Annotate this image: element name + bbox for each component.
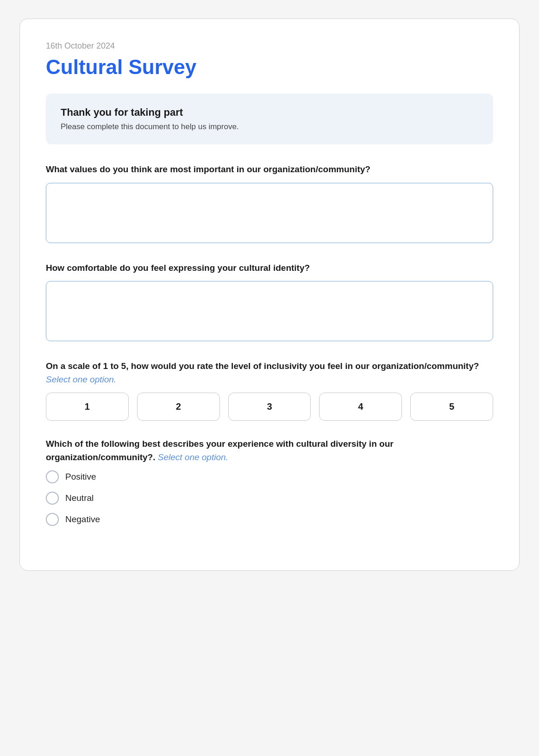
radio-circle-negative: [46, 513, 59, 526]
survey-card: 16th October 2024 Cultural Survey Thank …: [19, 19, 520, 571]
question-4-label: Which of the following best describes yo…: [46, 437, 493, 464]
rating-row: 1 2 3 4 5: [46, 393, 493, 421]
question-1-textarea[interactable]: [46, 183, 493, 243]
rating-btn-5[interactable]: 5: [410, 393, 493, 421]
question-3-label: On a scale of 1 to 5, how would you rate…: [46, 360, 493, 386]
question-3-block: On a scale of 1 to 5, how would you rate…: [46, 360, 493, 421]
rating-btn-1[interactable]: 1: [46, 393, 129, 421]
info-box-description: Please complete this document to help us…: [61, 122, 478, 131]
radio-circle-positive: [46, 470, 59, 483]
question-1-block: What values do you think are most import…: [46, 163, 493, 245]
radio-label-neutral: Neutral: [65, 493, 94, 503]
info-box: Thank you for taking part Please complet…: [46, 94, 493, 144]
survey-date: 16th October 2024: [46, 41, 493, 51]
question-3-hint: Select one option.: [46, 375, 116, 384]
page-container: 16th October 2024 Cultural Survey Thank …: [0, 0, 539, 756]
question-4-hint: Select one option.: [158, 452, 228, 462]
radio-option-negative[interactable]: Negative: [46, 513, 493, 526]
rating-btn-3[interactable]: 3: [228, 393, 311, 421]
question-2-block: How comfortable do you feel expressing y…: [46, 262, 493, 344]
question-4-block: Which of the following best describes yo…: [46, 437, 493, 526]
radio-option-neutral[interactable]: Neutral: [46, 492, 493, 505]
rating-btn-4[interactable]: 4: [319, 393, 402, 421]
radio-circle-neutral: [46, 492, 59, 505]
rating-btn-2[interactable]: 2: [137, 393, 220, 421]
question-2-label: How comfortable do you feel expressing y…: [46, 262, 493, 275]
info-box-heading: Thank you for taking part: [61, 106, 478, 119]
question-2-textarea[interactable]: [46, 281, 493, 341]
question-1-label: What values do you think are most import…: [46, 163, 493, 176]
radio-label-positive: Positive: [65, 472, 96, 482]
radio-group: Positive Neutral Negative: [46, 470, 493, 526]
survey-title: Cultural Survey: [46, 56, 493, 79]
radio-option-positive[interactable]: Positive: [46, 470, 493, 483]
radio-label-negative: Negative: [65, 514, 100, 525]
